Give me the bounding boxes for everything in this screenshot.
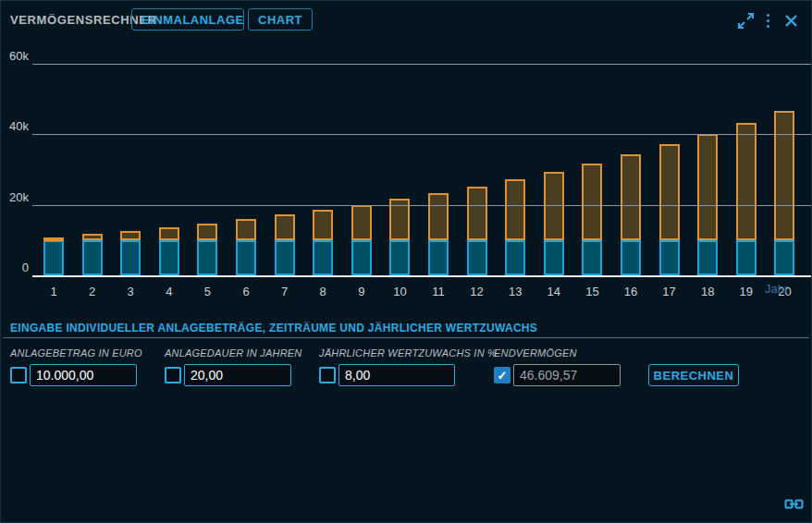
bar-segment-anlagebetrag (774, 240, 794, 275)
bar-segment-anlagebetrag (197, 240, 217, 275)
anlagedauer-checkbox[interactable] (165, 367, 181, 383)
x-tick-label: 11 (424, 285, 453, 298)
expand-button[interactable] (735, 10, 756, 30)
wertzuwachs-input[interactable] (338, 364, 455, 386)
x-tick-label: 19 (732, 285, 761, 298)
bar-segment-wertzuwachs (236, 219, 256, 239)
bar-segment-wertzuwachs (582, 164, 602, 240)
x-tick-label: 15 (577, 285, 607, 298)
bar-segment-wertzuwachs (544, 172, 564, 240)
vermoegensrechner-window: VERMÖGENSRECHNER EINMALANLAGE CHART (0, 0, 812, 523)
bar-segment-wertzuwachs (736, 123, 757, 240)
endvermoegen-input[interactable] (513, 364, 621, 386)
berechnen-button[interactable]: BERECHNEN (648, 364, 739, 386)
bar-segment-anlagebetrag (389, 240, 410, 275)
x-tick-label: 1 (39, 285, 68, 298)
bar-segment-anlagebetrag (313, 240, 333, 275)
gridline (32, 205, 811, 206)
x-tick-label: 14 (539, 285, 569, 298)
x-tick-label: 17 (655, 285, 684, 298)
anlagebetrag-label: ANLAGEBETRAG IN EURO (10, 347, 142, 359)
bar-segment-anlagebetrag (736, 240, 757, 275)
bar-segment-wertzuwachs (621, 154, 641, 240)
y-tick-label: 60k (1, 49, 29, 63)
bar-segment-wertzuwachs (697, 134, 718, 240)
bar-segment-anlagebetrag (43, 240, 64, 275)
wertzuwachs-checkbox[interactable] (319, 367, 336, 383)
form-section-title: EINGABE INDIVIDUELLER ANLAGEBETRÄGE, ZEI… (10, 322, 537, 334)
x-axis-line (32, 275, 811, 277)
bar-segment-anlagebetrag (582, 240, 602, 275)
link-button[interactable] (784, 497, 804, 511)
view-dropdown[interactable]: CHART (248, 8, 313, 30)
menu-button[interactable] (757, 10, 778, 30)
bar-segment-wertzuwachs (197, 224, 217, 240)
x-tick-label: 10 (385, 285, 414, 298)
view-dropdown-label: CHART (258, 13, 302, 27)
bar-segment-anlagebetrag (275, 240, 295, 275)
close-icon (784, 14, 798, 28)
bar-segment-wertzuwachs (428, 193, 449, 240)
anlagedauer-label: ANLAGEDAUER IN JAHREN (165, 347, 301, 359)
bar-segment-wertzuwachs (505, 179, 525, 240)
x-tick-label: 3 (116, 285, 145, 298)
bar-segment-anlagebetrag (120, 240, 141, 275)
x-tick-label: 8 (308, 285, 338, 298)
bar-segment-wertzuwachs (659, 144, 680, 239)
close-button[interactable] (781, 10, 801, 30)
bar-segment-wertzuwachs (774, 111, 794, 240)
bar-segment-wertzuwachs (159, 227, 179, 240)
bar-segment-wertzuwachs (43, 237, 64, 241)
x-tick-label: 2 (78, 285, 107, 298)
bar-segment-anlagebetrag (428, 240, 449, 275)
gridline (32, 134, 811, 135)
y-tick-label: 40k (1, 119, 29, 133)
wertzuwachs-label: JÄHRLICHER WERTZUWACHS IN % (319, 347, 497, 359)
bar-segment-wertzuwachs (351, 205, 372, 240)
x-tick-label: 13 (500, 285, 530, 298)
bar-segment-wertzuwachs (120, 231, 141, 240)
bar-segment-anlagebetrag (236, 240, 256, 275)
y-tick-label: 20k (1, 190, 29, 204)
x-tick-label: 6 (231, 285, 261, 298)
bar-segment-wertzuwachs (313, 210, 333, 240)
expand-icon (737, 12, 755, 30)
anlagebetrag-input[interactable] (30, 364, 137, 386)
wealth-bar-chart: 020k40k60k123456789101112131415161718192… (1, 42, 812, 311)
y-tick-label: 0 (1, 261, 29, 274)
bar-segment-wertzuwachs (467, 187, 487, 240)
anlagedauer-input[interactable] (184, 364, 291, 386)
gridline (32, 64, 811, 65)
endvermoegen-checkbox[interactable]: ✓ (494, 367, 511, 383)
x-tick-label: 16 (616, 285, 646, 298)
x-tick-label: 7 (270, 285, 300, 298)
bar-segment-anlagebetrag (505, 240, 525, 275)
anlageart-dropdown[interactable]: EINMALANLAGE (131, 8, 244, 30)
anlageart-dropdown-label: EINMALANLAGE (141, 13, 244, 27)
bar-segment-anlagebetrag (467, 240, 487, 275)
bar-segment-anlagebetrag (621, 240, 641, 275)
x-tick-label: 9 (347, 285, 376, 298)
bar-segment-anlagebetrag (544, 240, 564, 275)
x-axis-title: Jahr (765, 282, 788, 296)
x-tick-label: 18 (693, 285, 722, 298)
bar-segment-anlagebetrag (159, 240, 179, 275)
x-tick-label: 5 (192, 285, 222, 298)
section-divider (3, 337, 809, 338)
x-tick-label: 12 (462, 285, 492, 298)
x-tick-label: 4 (154, 285, 184, 298)
header: VERMÖGENSRECHNER EINMALANLAGE CHART (1, 1, 811, 38)
bar-segment-anlagebetrag (82, 240, 103, 275)
endvermoegen-label: ENDVERMÖGEN (494, 347, 577, 359)
bar-segment-anlagebetrag (659, 240, 680, 275)
bar-segment-wertzuwachs (82, 234, 103, 239)
chain-link-icon (784, 497, 804, 511)
kebab-menu-icon (767, 14, 769, 28)
bar-segment-anlagebetrag (697, 240, 718, 275)
bar-segment-wertzuwachs (275, 214, 295, 239)
anlagebetrag-checkbox[interactable] (10, 367, 27, 383)
bar-segment-anlagebetrag (351, 240, 372, 275)
